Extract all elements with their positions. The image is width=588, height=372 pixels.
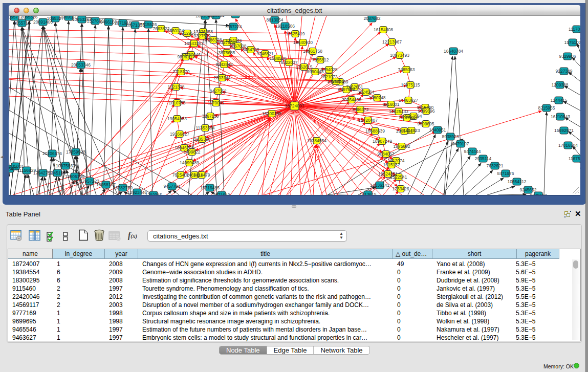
svg-text:10543382: 10543382	[184, 41, 204, 46]
svg-text:9699696: 9699696	[418, 108, 434, 114]
svg-text:6216001: 6216001	[382, 102, 399, 107]
svg-text:2087682: 2087682	[363, 16, 380, 21]
svg-text:1456451: 1456451	[327, 79, 344, 84]
svg-text:3875685: 3875685	[218, 50, 235, 55]
svg-text:17016504: 17016504	[558, 143, 578, 148]
svg-text:9084067: 9084067	[377, 151, 394, 157]
svg-text:7485063: 7485063	[398, 67, 415, 72]
svg-text:9896101: 9896101	[177, 54, 194, 59]
svg-text:1975692: 1975692	[393, 144, 410, 149]
svg-text:9699695: 9699695	[417, 121, 434, 126]
svg-text:19166827: 19166827	[170, 132, 189, 137]
svg-text:11325419: 11325419	[286, 31, 304, 36]
svg-text:8471676: 8471676	[497, 171, 514, 176]
svg-text:10025433: 10025433	[389, 109, 408, 114]
svg-text:9227349: 9227349	[555, 69, 572, 74]
svg-text:1603381: 1603381	[207, 16, 224, 18]
svg-text:2803144: 2803144	[213, 75, 230, 80]
svg-text:19218506: 19218506	[275, 24, 295, 29]
svg-text:12975115: 12975115	[401, 82, 420, 87]
svg-text:9242848: 9242848	[215, 62, 232, 67]
svg-text:3824554: 3824554	[357, 90, 374, 95]
svg-text:18640910: 18640910	[293, 40, 313, 45]
svg-text:6479197: 6479197	[452, 141, 469, 146]
svg-text:1054546: 1054546	[225, 38, 242, 43]
svg-text:1135360: 1135360	[194, 137, 211, 142]
svg-text:1499822: 1499822	[183, 149, 200, 155]
svg-text:7357224: 7357224	[225, 24, 242, 29]
svg-text:7955812: 7955812	[312, 57, 329, 62]
svg-text:14463627: 14463627	[399, 98, 418, 103]
svg-text:1117001: 1117001	[569, 27, 580, 32]
svg-text:12923446: 12923446	[127, 190, 147, 195]
svg-text:1615132: 1615132	[383, 162, 400, 167]
svg-text:10973493: 10973493	[390, 53, 409, 58]
svg-text:2522541: 2522541	[390, 174, 407, 180]
svg-text:2055713: 2055713	[13, 20, 30, 26]
svg-text:16961758: 16961758	[303, 49, 322, 54]
svg-text:1965401: 1965401	[396, 128, 412, 134]
svg-text:8427552: 8427552	[209, 89, 226, 94]
svg-text:9457791: 9457791	[163, 184, 180, 189]
svg-text:16154808: 16154808	[374, 27, 393, 32]
svg-text:20053346: 20053346	[71, 62, 91, 68]
svg-text:7632621: 7632621	[486, 163, 503, 168]
svg-text:1733426: 1733426	[392, 186, 409, 191]
svg-text:7462661: 7462661	[346, 84, 363, 90]
svg-text:19384554: 19384554	[307, 138, 326, 143]
svg-text:15692971: 15692971	[554, 128, 574, 133]
svg-text:1640951: 1640951	[429, 127, 446, 133]
svg-text:1244415: 1244415	[550, 98, 567, 103]
svg-text:15720407: 15720407	[358, 118, 378, 123]
svg-text:1575107: 1575107	[564, 40, 580, 45]
svg-text:20364436: 20364436	[342, 97, 361, 102]
svg-text:8813054: 8813054	[266, 17, 283, 23]
svg-text:2935114: 2935114	[475, 156, 492, 161]
svg-text:1080748: 1080748	[368, 95, 385, 100]
svg-text:10975867: 10975867	[56, 163, 75, 168]
svg-text:1221338: 1221338	[167, 84, 184, 90]
svg-text:2718170: 2718170	[172, 69, 189, 74]
svg-text:12213967: 12213967	[382, 39, 402, 45]
svg-text:10688639: 10688639	[365, 128, 385, 134]
svg-text:1010755: 1010755	[168, 100, 185, 105]
svg-text:17359928: 17359928	[66, 149, 85, 155]
svg-text:11353594: 11353594	[195, 125, 214, 130]
svg-text:9474444: 9474444	[464, 149, 481, 154]
svg-text:3267130: 3267130	[202, 114, 219, 119]
svg-text:1167531: 1167531	[569, 156, 580, 161]
svg-text:8215955: 8215955	[538, 105, 555, 111]
svg-text:7357225: 7357225	[227, 16, 244, 17]
svg-text:8938923: 8938923	[442, 134, 459, 139]
svg-text:16210643: 16210643	[551, 114, 570, 119]
svg-text:18300295: 18300295	[262, 111, 281, 116]
svg-text:16648784: 16648784	[444, 49, 463, 54]
svg-text:9329906: 9329906	[559, 54, 576, 59]
svg-text:1209388: 1209388	[551, 82, 568, 87]
svg-text:1065326: 1065326	[20, 16, 37, 19]
svg-text:15716485: 15716485	[200, 185, 220, 190]
svg-text:1469111: 1469111	[186, 172, 203, 178]
svg-text:14099489: 14099489	[180, 160, 199, 165]
svg-text:18724007: 18724007	[285, 103, 304, 108]
svg-text:1002544: 1002544	[398, 115, 415, 120]
svg-text:9245652: 9245652	[519, 187, 536, 192]
svg-text:10654112: 10654112	[507, 179, 526, 184]
svg-text:7886372: 7886372	[352, 107, 368, 112]
svg-text:18907249: 18907249	[373, 139, 392, 144]
svg-text:1145194: 1145194	[49, 170, 66, 176]
svg-text:19054983: 19054983	[167, 116, 187, 121]
svg-text:6794028: 6794028	[320, 67, 337, 72]
svg-text:1170041: 1170041	[208, 100, 225, 105]
svg-text:14136141: 14136141	[370, 183, 389, 188]
svg-text:20206576: 20206576	[42, 151, 62, 156]
